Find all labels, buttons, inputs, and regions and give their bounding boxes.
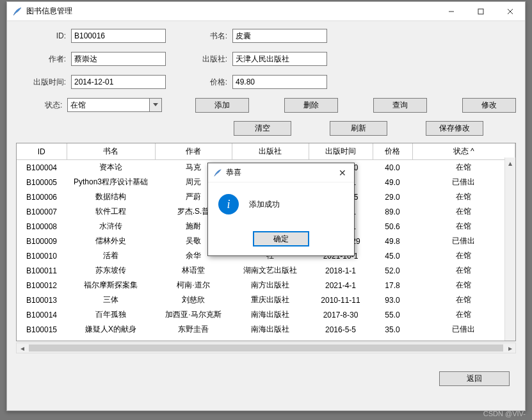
table-cell: 数据结构 — [67, 190, 155, 204]
dialog-close-button[interactable]: ✕ — [335, 166, 350, 180]
column-header[interactable]: ID — [17, 143, 67, 160]
app-icon — [12, 6, 22, 17]
table-cell: 重庆出版社 — [232, 293, 309, 307]
table-cell: 软件工程 — [67, 204, 155, 219]
table-cell: 南海出版社 — [232, 307, 309, 322]
table-row[interactable]: B100011苏东坡传林语堂湖南文艺出版社2018-1-152.0在馆 — [17, 263, 515, 278]
table-cell: 南海出版社 — [232, 322, 309, 337]
query-button[interactable]: 查询 — [373, 98, 427, 113]
table-cell: B100007 — [17, 204, 67, 219]
table-cell: 柯南·道尔 — [155, 278, 232, 293]
svg-marker-4 — [153, 103, 158, 106]
horizontal-scrollbar[interactable]: ◂ ▸ — [16, 343, 516, 353]
table-cell: 已借出 — [412, 234, 515, 248]
label-name: 书名: — [194, 31, 232, 42]
status-input[interactable] — [67, 98, 149, 112]
svg-rect-1 — [478, 9, 483, 14]
scroll-right-icon[interactable]: ▸ — [504, 343, 515, 353]
table-cell: 在馆 — [412, 190, 515, 204]
scroll-up-icon[interactable]: ▴ — [505, 158, 515, 168]
add-button[interactable]: 添加 — [195, 98, 249, 113]
table-cell: 南方出版社 — [232, 278, 309, 293]
table-cell: 2021-4-1 — [309, 278, 373, 293]
scroll-thumb[interactable] — [29, 344, 503, 351]
table-cell: 已借出 — [412, 175, 515, 190]
table-cell: 在馆 — [412, 293, 515, 307]
column-header[interactable]: 出版时间 — [309, 143, 373, 160]
table-cell: 刘慈欣 — [155, 293, 232, 307]
column-header[interactable]: 价格 — [373, 143, 412, 160]
table-cell: 49.0 — [373, 175, 412, 190]
table-cell: 资本论 — [67, 160, 155, 175]
label-publisher: 出版社: — [194, 54, 232, 65]
table-cell: 湖南文艺出版社 — [232, 263, 309, 278]
table-row[interactable]: B100014百年孤独加西亚·马尔克斯南海出版社2017-8-3055.0在馆 — [17, 307, 515, 322]
id-input[interactable] — [71, 29, 166, 43]
label-pubtime: 出版时间: — [16, 77, 71, 88]
dialog-titlebar: 恭喜 ✕ — [208, 163, 354, 182]
save-button[interactable]: 保存修改 — [426, 121, 483, 136]
column-header[interactable]: 状态 ^ — [412, 143, 515, 160]
minimize-button[interactable] — [437, 2, 466, 21]
pubtime-input[interactable] — [71, 75, 166, 89]
table-cell: B100013 — [17, 293, 67, 307]
table-cell: 在馆 — [412, 263, 515, 278]
table-cell: B100005 — [17, 175, 67, 190]
table-cell: Python3程序设计基础 — [67, 175, 155, 190]
delete-button[interactable]: 删除 — [284, 98, 338, 113]
table-cell: 嫌疑人X的献身 — [67, 322, 155, 337]
label-id: ID: — [16, 31, 71, 40]
vertical-scrollbar[interactable]: ▴ — [504, 158, 515, 341]
table-cell: 40.0 — [373, 160, 412, 175]
label-status: 状态: — [16, 100, 67, 111]
publisher-input[interactable] — [232, 52, 327, 66]
table-cell: 在馆 — [412, 204, 515, 219]
chevron-down-icon[interactable] — [149, 98, 162, 112]
table-cell: 儒林外史 — [67, 234, 155, 248]
table-cell: 在馆 — [412, 160, 515, 175]
column-header[interactable]: 书名 — [67, 143, 155, 160]
modify-button[interactable]: 修改 — [462, 98, 516, 113]
table-cell: 活着 — [67, 248, 155, 263]
table-cell: 89.0 — [373, 204, 412, 219]
success-dialog: 恭喜 ✕ i 添加成功 确定 — [207, 163, 355, 256]
author-input[interactable] — [71, 52, 166, 66]
back-button[interactable]: 返回 — [439, 371, 510, 386]
table-row[interactable]: B100013三体刘慈欣重庆出版社2010-11-1193.0在馆 — [17, 293, 515, 307]
price-input[interactable] — [232, 75, 327, 89]
column-header[interactable]: 作者 — [155, 143, 232, 160]
refresh-button[interactable]: 刷新 — [330, 121, 387, 136]
table-cell: B100009 — [17, 234, 67, 248]
dialog-title: 恭喜 — [226, 167, 241, 178]
table-cell: B100006 — [17, 190, 67, 204]
table-cell: 45.0 — [373, 248, 412, 263]
label-price: 价格: — [194, 77, 232, 88]
dialog-message: 添加成功 — [249, 199, 280, 210]
table-cell: 水浒传 — [67, 219, 155, 234]
title-bar: 图书信息管理 — [7, 2, 525, 21]
table-cell: B100010 — [17, 248, 67, 263]
window-title: 图书信息管理 — [26, 6, 72, 17]
name-input[interactable] — [232, 29, 327, 43]
table-row[interactable]: B100012福尔摩斯探案集柯南·道尔南方出版社2021-4-117.8在馆 — [17, 278, 515, 293]
table-row[interactable]: B100015嫌疑人X的献身东野圭吾南海出版社2016-5-535.0已借出 — [17, 322, 515, 337]
table-cell: 17.8 — [373, 278, 412, 293]
close-button[interactable] — [496, 2, 525, 21]
table-cell: 已借出 — [412, 322, 515, 337]
dialog-ok-button[interactable]: 确定 — [253, 231, 309, 246]
status-combobox[interactable] — [67, 98, 162, 112]
table-cell: B100012 — [17, 278, 67, 293]
table-cell: B100015 — [17, 322, 67, 337]
maximize-button[interactable] — [466, 2, 496, 21]
table-cell: 2017-8-30 — [309, 307, 373, 322]
scroll-left-icon[interactable]: ◂ — [17, 343, 28, 353]
column-header[interactable]: 出版社 — [232, 143, 309, 160]
info-icon: i — [218, 194, 239, 214]
clear-button[interactable]: 清空 — [234, 121, 291, 136]
watermark: CSDN @VIV- — [483, 410, 526, 417]
table-cell: 35.0 — [373, 322, 412, 337]
table-cell: 93.0 — [373, 293, 412, 307]
table-cell: 50.6 — [373, 219, 412, 234]
table-cell: 在馆 — [412, 219, 515, 234]
table-cell: 2010-11-11 — [309, 293, 373, 307]
